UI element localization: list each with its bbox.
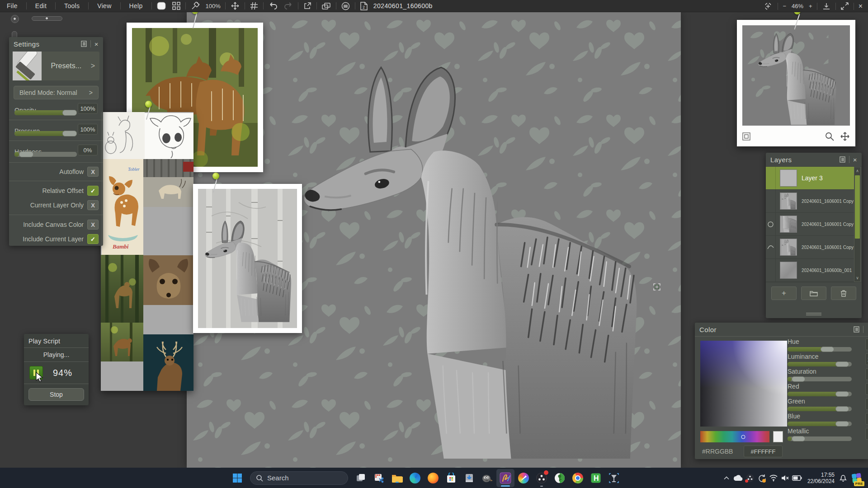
stencil-icon[interactable]: [154, 0, 169, 12]
zoom-out-button[interactable]: −: [780, 3, 789, 9]
menu-tools[interactable]: Tools: [57, 0, 86, 12]
autoflow-checkbox[interactable]: X: [87, 167, 99, 177]
martini-app-icon[interactable]: [605, 469, 623, 487]
sync-icon[interactable]: [756, 469, 768, 487]
panel-menu-icon[interactable]: [840, 156, 845, 163]
tool-size-value[interactable]: 100%: [203, 3, 223, 9]
taskbar-clock[interactable]: 17:55 22/06/2024: [807, 472, 835, 484]
microsoft-store-icon[interactable]: [442, 469, 460, 487]
document-icon[interactable]: 2: [357, 0, 371, 12]
hattrick-icon[interactable]: H: [587, 469, 605, 487]
pressure-slider[interactable]: [14, 131, 77, 136]
panel-menu-icon[interactable]: [854, 326, 859, 333]
relative-offset-checkbox[interactable]: ✓: [87, 186, 99, 196]
menu-file[interactable]: File: [0, 0, 24, 12]
scrollbar-thumb[interactable]: [855, 175, 860, 239]
duplicate-icon[interactable]: [319, 0, 334, 12]
zoom-icon[interactable]: [825, 131, 835, 141]
color-panel-header[interactable]: Color: [695, 323, 868, 336]
red-value[interactable]: 255: [865, 383, 868, 395]
chrome-icon[interactable]: [569, 469, 587, 487]
layer-row[interactable]: 20240601_1606001 Copy: [766, 190, 854, 213]
battery-icon[interactable]: [791, 469, 803, 487]
include-canvas-color-checkbox[interactable]: X: [87, 220, 99, 230]
horizontal-slider-handle[interactable]: [32, 16, 62, 21]
krita-icon[interactable]: [514, 469, 533, 487]
red-slider[interactable]: [788, 392, 852, 396]
close-icon[interactable]: ×: [856, 2, 865, 10]
green-value[interactable]: 255: [865, 398, 868, 410]
hue-slider[interactable]: [788, 347, 852, 352]
delete-layer-button[interactable]: [831, 286, 856, 300]
canvas-zoom-value[interactable]: 46%: [789, 3, 806, 9]
zoom-in-button[interactable]: +: [806, 3, 815, 9]
navigator-preview[interactable]: [742, 25, 850, 126]
hue-value[interactable]: 67%: [865, 338, 868, 350]
task-view-icon[interactable]: [352, 469, 370, 487]
seal-icon[interactable]: [338, 0, 353, 12]
reference-collage-board[interactable]: Tobler Bambi: [101, 112, 193, 391]
firefox-icon[interactable]: [424, 469, 442, 487]
edge-icon[interactable]: [406, 469, 424, 487]
luminance-slider[interactable]: [788, 362, 852, 366]
airbrush-icon[interactable]: [188, 0, 203, 12]
menu-view[interactable]: View: [90, 0, 118, 12]
snipping-tool-icon[interactable]: [370, 469, 388, 487]
opacity-slider[interactable]: [14, 110, 77, 115]
visibility-icon[interactable]: [768, 221, 774, 227]
opacity-value[interactable]: 100%: [78, 103, 98, 114]
group-layer-button[interactable]: [801, 286, 826, 300]
file-explorer-icon[interactable]: [388, 469, 406, 487]
rotate-reset-icon[interactable]: [760, 0, 776, 12]
volume-muted-icon[interactable]: [779, 469, 791, 487]
undo-icon[interactable]: [265, 0, 281, 12]
drawing-reference-card[interactable]: [193, 184, 302, 333]
move-icon[interactable]: [227, 0, 243, 12]
search-input[interactable]: Search: [250, 471, 348, 485]
scroll-up-button[interactable]: ∧: [854, 167, 860, 174]
menu-help[interactable]: Help: [123, 0, 150, 12]
keepass-icon[interactable]: [551, 469, 569, 487]
collapsed-tool-handle[interactable]: [11, 15, 19, 23]
onedrive-icon[interactable]: [732, 469, 744, 487]
redo-icon[interactable]: [281, 0, 296, 12]
add-layer-button[interactable]: +: [771, 286, 797, 300]
fullscreen-icon[interactable]: [838, 0, 852, 12]
panels-grid-icon[interactable]: [169, 0, 184, 12]
blue-value[interactable]: 255: [865, 413, 868, 425]
layer-row[interactable]: 20240601_160600b_001: [766, 259, 854, 282]
navigator-panel[interactable]: [737, 20, 855, 146]
current-layer-only-checkbox[interactable]: X: [87, 200, 99, 210]
stop-button[interactable]: Stop: [28, 388, 84, 401]
hardness-value[interactable]: 0%: [78, 145, 98, 155]
presets-row[interactable]: Presets... >: [13, 52, 99, 80]
layers-panel-header[interactable]: Layers ×: [766, 153, 862, 166]
metallic-slider[interactable]: [788, 436, 852, 441]
hardness-slider[interactable]: [14, 152, 77, 157]
tray-chevron-icon[interactable]: [721, 469, 732, 487]
close-icon[interactable]: ×: [94, 40, 99, 48]
pan-icon[interactable]: [840, 131, 850, 141]
export-icon[interactable]: [300, 0, 315, 12]
menu-edit[interactable]: Edit: [28, 0, 53, 12]
obs-tray-icon[interactable]: [744, 469, 756, 487]
notification-bell-icon[interactable]: [837, 469, 849, 487]
copilot-icon[interactable]: PRE: [849, 469, 864, 487]
include-current-layer-checkbox[interactable]: ✓: [87, 234, 99, 244]
metallic-value[interactable]: 0%: [865, 428, 868, 440]
luminance-value[interactable]: 100%: [865, 353, 868, 365]
panel-menu-icon[interactable]: [81, 41, 87, 47]
start-button[interactable]: [228, 469, 246, 487]
pressure-value[interactable]: 100%: [78, 124, 98, 135]
frame-icon[interactable]: [742, 132, 750, 141]
hue-strip[interactable]: [700, 431, 769, 442]
color-picker-square[interactable]: [700, 341, 787, 427]
gimp-icon[interactable]: [478, 469, 496, 487]
saturation-value[interactable]: 0%: [865, 368, 868, 380]
scroll-down-button[interactable]: ∨: [854, 274, 860, 282]
panel-resize-grip[interactable]: [806, 312, 821, 316]
layer-row[interactable]: 20240601_1606001 Copy: [766, 236, 854, 259]
layer-row[interactable]: Layer 3: [766, 167, 854, 190]
layers-scrollbar[interactable]: ∧ ∨: [854, 167, 861, 282]
hex-input[interactable]: #FFFFFF: [744, 446, 783, 457]
